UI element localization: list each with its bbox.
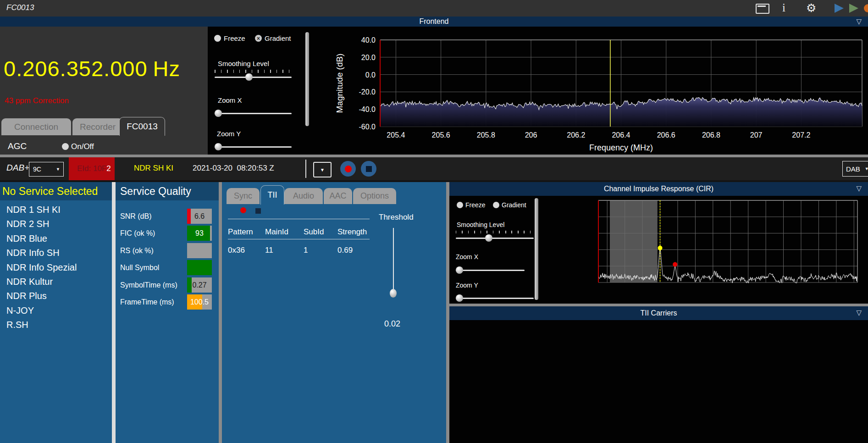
tab-audio[interactable]: Audio xyxy=(284,188,323,204)
stop-button[interactable] xyxy=(361,161,376,177)
service-list-item[interactable]: NDR Info SH xyxy=(6,248,60,258)
svg-text:0.0: 0.0 xyxy=(365,71,376,79)
quality-value-badge: 93 xyxy=(187,226,212,241)
quality-value-badge xyxy=(187,243,212,258)
frontend-smoothing-label: Smoothing Level xyxy=(218,60,269,67)
service-list-item[interactable]: R.SH xyxy=(6,320,28,330)
cir-zoomy-track[interactable] xyxy=(456,298,534,299)
tab-connection[interactable]: Connection xyxy=(1,118,71,135)
agc-radio[interactable] xyxy=(62,143,69,150)
divider xyxy=(228,239,370,239)
threshold-label: Threshold xyxy=(379,213,414,222)
info-icon[interactable]: i xyxy=(782,1,785,14)
tii-collapse-icon[interactable]: ▽ xyxy=(856,309,862,317)
svg-text:Frequency (MHz): Frequency (MHz) xyxy=(589,143,653,152)
frontend-zoomy-thumb[interactable] xyxy=(215,143,222,150)
service-list-header: No Service Selected xyxy=(0,182,114,200)
service-list-item[interactable]: NDR Info Spezial xyxy=(6,262,77,273)
service-list-item[interactable]: NDR 2 SH xyxy=(6,219,49,229)
splitter[interactable] xyxy=(219,182,222,443)
cir-freeze-label: Freeze xyxy=(465,201,486,209)
stop-icon xyxy=(366,166,372,172)
frontend-zoomy-track[interactable] xyxy=(215,146,292,148)
service-list-item[interactable]: N-JOY xyxy=(6,305,34,316)
agc-label: AGC xyxy=(8,141,27,151)
svg-text:-60.0: -60.0 xyxy=(359,123,376,131)
cir-controls-scrollbar[interactable] xyxy=(535,198,538,300)
svg-text:206.8: 206.8 xyxy=(702,131,720,139)
cir-collapse-icon[interactable]: ▽ xyxy=(856,184,862,193)
cir-gradient-radio[interactable] xyxy=(493,202,499,208)
chevron-down-icon: ▼ xyxy=(865,166,868,171)
frontend-freeze-label: Freeze xyxy=(224,34,245,42)
tab-options[interactable]: Options xyxy=(353,188,396,204)
tab-fc0013[interactable]: FC0013 xyxy=(119,117,165,136)
chevron-down-icon: ▼ xyxy=(56,167,63,172)
service-list-item[interactable]: NDR Kultur xyxy=(6,277,53,287)
cir-smoothing-track[interactable] xyxy=(456,238,534,239)
cir-zoomx-thumb[interactable] xyxy=(456,266,463,274)
frontend-controls-scrollbar[interactable] xyxy=(305,32,309,126)
ensemble-label: NDR SH KI xyxy=(134,164,173,173)
tab-tii[interactable]: TII xyxy=(260,185,284,205)
svg-text:-20.0: -20.0 xyxy=(359,88,376,96)
gear-icon[interactable]: ⚙ xyxy=(806,1,816,15)
service-list-item[interactable]: NDR Plus xyxy=(6,291,47,301)
splitter[interactable] xyxy=(112,182,116,443)
frontend-freeze-radio[interactable] xyxy=(214,35,221,42)
quality-value-badge xyxy=(187,260,212,275)
cir-zoomy-thumb[interactable] xyxy=(456,294,463,302)
service-list-item[interactable]: NDR 1 SH KI xyxy=(6,205,61,215)
frontend-zoomx-track[interactable] xyxy=(215,113,292,114)
orange-partial-icon[interactable] xyxy=(864,4,868,12)
frontend-smoothing-thumb[interactable] xyxy=(245,73,253,81)
cir-title: Channel Impulse Response (CIR) xyxy=(604,185,713,193)
cir-chart xyxy=(541,196,868,305)
frontend-header-bar: Frontend ▽ xyxy=(0,17,868,27)
splitter[interactable] xyxy=(446,182,449,443)
quality-value-badge: 0.27 xyxy=(187,277,212,293)
svg-text:206.2: 206.2 xyxy=(567,131,585,139)
service-list-panel: No Service Selected NDR 1 SH KINDR 2 SHN… xyxy=(0,182,112,443)
svg-text:207: 207 xyxy=(750,131,763,139)
service-quality-header: Service Quality xyxy=(116,182,223,200)
record-button[interactable] xyxy=(340,161,356,177)
tii-table-column-header: Pattern xyxy=(228,227,253,237)
frontend-zoomx-thumb[interactable] xyxy=(215,110,222,117)
play-blue-icon[interactable] xyxy=(835,4,844,13)
record-options-dropdown[interactable]: ▼ xyxy=(313,162,332,177)
record-icon xyxy=(345,166,352,172)
play-green-icon[interactable] xyxy=(849,4,858,13)
frontend-gradient-checkbox[interactable]: × xyxy=(255,35,262,42)
svg-text:206: 206 xyxy=(525,131,537,139)
tab-sync[interactable]: Sync xyxy=(227,188,260,204)
channel-select[interactable]: 9C▼ xyxy=(29,162,64,177)
divider xyxy=(305,160,306,178)
frontend-gradient-label: Gradient xyxy=(265,34,291,42)
sync-red-dot xyxy=(240,207,246,213)
tii-table-column-header: SubId xyxy=(304,227,324,237)
cir-smoothing-thumb[interactable] xyxy=(485,234,492,242)
quality-row-label: RS (ok %) xyxy=(120,247,154,255)
frontend-spectrum-chart[interactable]: 40.020.00.0-20.0-40.0-60.0205.4205.6205.… xyxy=(310,27,868,155)
window-icon[interactable] xyxy=(756,4,769,14)
threshold-value: 0.02 xyxy=(384,319,400,329)
cir-zoomx-label: Zoom X xyxy=(456,253,478,260)
cir-freeze-radio[interactable] xyxy=(457,202,463,208)
tab-recorder[interactable]: Recorder xyxy=(72,118,123,135)
cir-zoomx-track[interactable] xyxy=(456,270,525,271)
service-list-item[interactable]: NDR Blue xyxy=(6,233,47,244)
tii-table-column-header: MainId xyxy=(265,227,288,237)
tab-aac[interactable]: AAC xyxy=(324,188,352,204)
ppm-correction: 43 ppm Correction xyxy=(5,96,69,105)
svg-text:205.4: 205.4 xyxy=(387,131,405,139)
quality-row-label: FIC (ok %) xyxy=(120,229,155,238)
threshold-slider-track[interactable] xyxy=(393,228,394,296)
frontend-collapse-icon[interactable]: ▽ xyxy=(856,17,862,26)
eid-badge: EId: 10F2 xyxy=(69,157,115,180)
output-mode-select[interactable]: DAB▼ xyxy=(842,161,868,177)
frontend-smoothing-track[interactable] xyxy=(215,77,292,78)
agc-toggle-label: On/Off xyxy=(71,142,94,151)
tii-table-cell: 0x36 xyxy=(228,246,245,255)
threshold-slider-thumb[interactable] xyxy=(390,289,397,298)
